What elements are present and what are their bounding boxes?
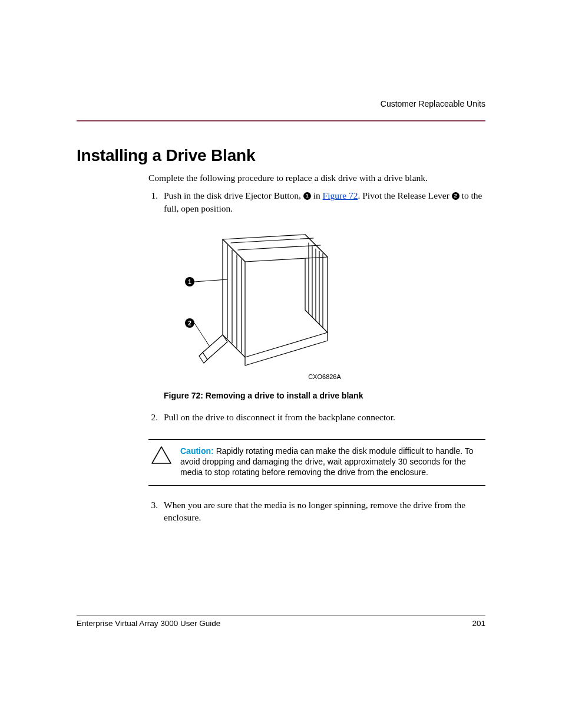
step-1: Push in the disk drive Ejector Button, 1… [160, 189, 485, 401]
section-title: Installing a Drive Blank [77, 146, 485, 165]
figure-72: 1 2 CXO6826A [164, 223, 485, 381]
caution-text: Caution: Rapidly rotating media can make… [180, 446, 483, 478]
drive-illustration: 1 2 [181, 223, 335, 370]
callout-2-inline: 2 [452, 192, 459, 200]
page-footer: Enterprise Virtual Array 3000 User Guide… [77, 615, 485, 628]
figure-callout-1: 1 [188, 279, 191, 285]
caution-icon [151, 446, 172, 466]
footer-page-number: 201 [472, 619, 485, 628]
intro-paragraph: Complete the following procedure to repl… [148, 172, 485, 185]
figure-image-code: CXO6826A [164, 373, 485, 381]
step-1-text-a: Push in the disk drive Ejector Button, [164, 190, 303, 200]
step-2: Pull on the drive to disconnect it from … [160, 411, 485, 424]
header-rule [77, 120, 485, 121]
step-3: When you are sure that the media is no l… [160, 499, 485, 524]
caution-body: Rapidly rotating media can make the disk… [180, 446, 474, 477]
procedure-list-cont: When you are sure that the media is no l… [148, 499, 485, 524]
running-head: Customer Replaceable Units [77, 99, 485, 108]
step-1-text-c: . Pivot the Release Lever [358, 190, 451, 200]
caution-box: Caution: Rapidly rotating media can make… [148, 439, 485, 486]
callout-1-inline: 1 [303, 192, 311, 200]
figure-caption: Figure 72: Removing a drive to install a… [164, 390, 485, 402]
step-1-text-b: in [311, 190, 323, 200]
svg-line-12 [194, 323, 210, 347]
procedure-list: Push in the disk drive Ejector Button, 1… [148, 189, 485, 424]
figure-callout-2: 2 [188, 320, 191, 327]
footer-doc-title: Enterprise Virtual Array 3000 User Guide [77, 619, 220, 628]
figure-link[interactable]: Figure 72 [323, 190, 358, 200]
caution-label: Caution: [180, 446, 214, 456]
